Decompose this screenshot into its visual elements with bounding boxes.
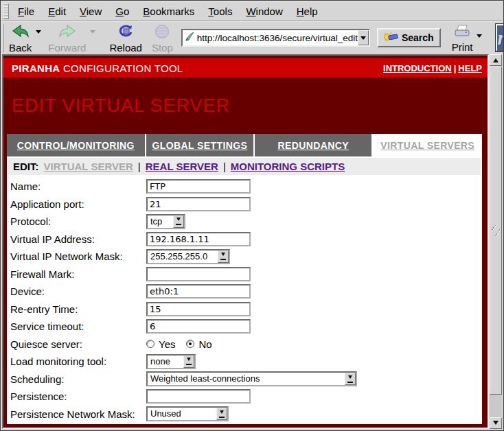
firewall-mark-field[interactable] <box>146 267 251 281</box>
protocol-select[interactable]: tcp <box>146 214 185 229</box>
form-row: Re-entry Time: <box>10 301 482 318</box>
back-button[interactable]: Back <box>6 23 34 52</box>
app-title: PIRANHA CONFIGURATION TOOL <box>12 62 183 74</box>
bookmark-quill-icon <box>185 32 195 45</box>
scheduling-select[interactable]: Weighted least-connections <box>146 371 357 386</box>
arrow-up-icon <box>493 56 499 62</box>
persistence-field[interactable] <box>146 389 251 404</box>
select-arrow-icon <box>173 216 184 228</box>
select-arrow-icon <box>183 356 194 368</box>
back-dropdown-icon[interactable] <box>36 30 41 36</box>
form-row: Virtual IP Network Mask: 255.255.255.0 <box>10 248 482 266</box>
menu-view[interactable]: View <box>73 3 108 21</box>
print-dropdown-icon[interactable] <box>477 34 482 40</box>
form-row: Application port: <box>10 196 482 213</box>
mozilla-logo-button[interactable]: m <box>496 24 504 51</box>
menu-file[interactable]: File <box>11 3 41 21</box>
tab-control-monitoring[interactable]: CONTROL/MONITORING <box>7 134 145 156</box>
tab-bar: CONTROL/MONITORING GLOBAL SETTINGS REDUN… <box>7 134 482 156</box>
form-row: Persistence Network Mask: Unused <box>10 406 482 423</box>
tab-global-settings[interactable]: GLOBAL SETTINGS <box>146 134 253 156</box>
print-button[interactable]: Print <box>449 23 476 52</box>
form-row: Virtual IP Address: <box>10 231 482 248</box>
url-dropdown-button[interactable] <box>358 30 369 45</box>
load-monitoring-tool-select[interactable]: none <box>146 354 196 369</box>
quiesce-server-radio-group: Yes No <box>146 338 219 350</box>
form-row: Device: <box>10 283 482 301</box>
forward-icon <box>58 24 76 41</box>
chevron-down-icon <box>360 36 366 43</box>
forward-button[interactable]: Forward <box>45 23 89 52</box>
content-table: CONTROL/MONITORING GLOBAL SETTINGS REDUN… <box>7 134 482 424</box>
form-row: Quiesce server: Yes No <box>10 336 482 353</box>
forward-dropdown-icon[interactable] <box>90 30 95 36</box>
service-timeout-field[interactable] <box>146 319 251 334</box>
arrow-down-icon <box>493 421 499 428</box>
url-text[interactable]: http://localhost:3636/secure/virtual_edi… <box>197 33 358 43</box>
subnav-virtual-server-link[interactable]: VIRTUAL SERVER <box>44 161 133 172</box>
introduction-link[interactable]: INTRODUCTION <box>383 63 452 73</box>
menu-go[interactable]: Go <box>108 3 136 21</box>
form-row: Service timeout: <box>10 318 482 336</box>
menu-tools[interactable]: Tools <box>201 3 239 21</box>
piranha-header-band: PIRANHA CONFIGURATION TOOL INTRODUCTION|… <box>3 58 488 78</box>
menu-edit[interactable]: Edit <box>41 3 73 21</box>
virtual-ip-netmask-select[interactable]: 255.255.255.0 <box>146 249 230 264</box>
device-field[interactable] <box>146 284 251 299</box>
url-bar[interactable]: http://localhost:3636/secure/virtual_edi… <box>181 29 370 47</box>
form-row: Scheduling: Weighted least-connections <box>10 371 482 388</box>
form-row: Protocol: tcp <box>10 213 482 231</box>
page-viewport: PIRANHA CONFIGURATION TOOL INTRODUCTION|… <box>2 54 489 429</box>
thumb-grip-icon <box>492 225 500 236</box>
subnav-monitoring-scripts-link[interactable]: MONITORING SCRIPTS <box>231 161 345 172</box>
scroll-down-button[interactable] <box>490 417 502 429</box>
form-row: Persistence: <box>10 388 482 406</box>
menu-bookmarks[interactable]: Bookmarks <box>136 3 201 21</box>
persistence-netmask-select[interactable]: Unused <box>146 406 229 421</box>
page-title: EDIT VIRTUAL SERVER <box>12 95 230 117</box>
select-arrow-icon <box>216 408 227 420</box>
select-arrow-icon <box>345 373 356 385</box>
select-arrow-icon <box>218 251 229 263</box>
form-row: Load monitoring tool: none <box>10 353 482 371</box>
application-port-field[interactable] <box>146 197 251 211</box>
search-button[interactable]: Search <box>377 28 441 47</box>
browser-window: File Edit View Go Bookmarks Tools Window… <box>0 0 504 431</box>
toolbar-grippy[interactable] <box>3 23 4 52</box>
help-link[interactable]: HELP <box>458 63 482 73</box>
subnav-real-server-link[interactable]: REAL SERVER <box>146 161 218 172</box>
header-links: INTRODUCTION|HELP <box>383 63 482 73</box>
form-row: Name: <box>10 178 482 196</box>
menu-bar: File Edit View Go Bookmarks Tools Window… <box>2 2 502 21</box>
back-icon <box>12 24 30 41</box>
re-entry-time-field[interactable] <box>146 302 251 316</box>
virtual-ip-address-field[interactable] <box>146 232 251 246</box>
stop-icon <box>155 24 169 41</box>
vertical-scrollbar[interactable] <box>490 54 502 429</box>
tab-virtual-servers[interactable]: VIRTUAL SERVERS <box>373 134 482 156</box>
reload-button[interactable]: Reload <box>106 23 145 52</box>
scrollbar-thumb[interactable] <box>490 67 502 395</box>
reload-icon <box>117 24 134 41</box>
print-icon <box>453 24 471 40</box>
navigation-toolbar: Back Forward Reload Stop http: <box>2 22 502 54</box>
mozilla-m-icon: m <box>497 27 504 48</box>
form-row: Firewall Mark: <box>10 266 482 283</box>
search-flashlight-icon <box>384 31 399 45</box>
name-field[interactable] <box>146 179 251 194</box>
quiesce-no-radio[interactable] <box>186 340 194 348</box>
tab-redundancy[interactable]: REDUNDANCY <box>255 134 371 156</box>
virtual-server-form: Name: Application port: Protocol: tcp Vi… <box>7 175 482 424</box>
menu-help[interactable]: Help <box>290 3 325 21</box>
menu-window[interactable]: Window <box>239 3 289 21</box>
quiesce-yes-radio[interactable] <box>146 340 154 348</box>
edit-subnav: EDIT: VIRTUAL SERVER | REAL SERVER | MON… <box>8 158 481 175</box>
toolbar-grippy[interactable] <box>3 3 9 19</box>
stop-button[interactable]: Stop <box>149 23 176 52</box>
scroll-up-button[interactable] <box>490 54 502 66</box>
